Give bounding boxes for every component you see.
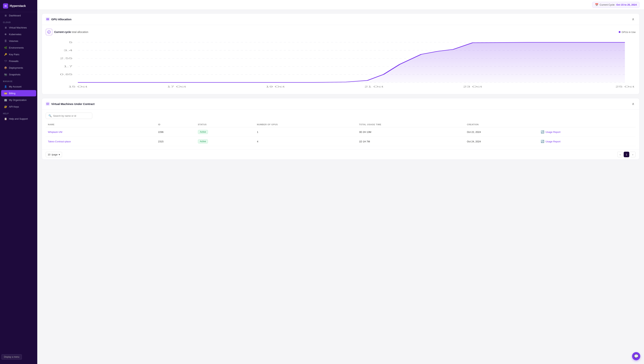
svg-text:23 Oct: 23 Oct [463, 85, 482, 88]
vm-card-icon [46, 102, 50, 106]
per-page-chevron-icon: ▾ [59, 153, 60, 156]
col-gpus: NUMBER OF GPUS [255, 122, 357, 127]
sidebar-section-cloud: CLOUD [0, 19, 37, 24]
vm-gpus-cell: 1 [255, 127, 357, 137]
svg-text:3.4: 3.4 [64, 49, 73, 52]
usage-report-label-2: Usage Report [545, 140, 560, 143]
sidebar-item-my-organization[interactable]: 🏢 My Organization [1, 97, 36, 103]
environments-icon: 🌿 [4, 46, 7, 49]
search-box[interactable]: 🔍 [46, 112, 92, 119]
vm-creation-cell: Oct 22, 2024 [465, 127, 539, 137]
calendar-icon: 📅 [595, 3, 598, 6]
usage-report-label-1: Usage Report [545, 131, 560, 134]
svg-text:1.7: 1.7 [64, 65, 73, 68]
sidebar-item-environments[interactable]: 🌿 Environments [1, 44, 36, 51]
search-input[interactable] [53, 114, 89, 117]
chart-icon-box [46, 29, 52, 35]
table-row: Whiplash-VM 2296 Active 1 3D 2H 13M Oct … [46, 127, 635, 137]
chart-subtitle: Current cycle total allocation [54, 30, 88, 34]
vm-action-cell: 🔄 Usage Report [539, 137, 635, 146]
vm-name-link-2[interactable]: Takes-Contract-place [48, 140, 71, 143]
sidebar-item-snapshots[interactable]: 📷 Snapshots [1, 71, 36, 78]
vm-action-cell: 🔄 Usage Report [539, 127, 635, 137]
svg-rect-2 [48, 19, 49, 20]
usage-report-icon-2: 🔄 [541, 140, 544, 143]
kubernetes-icon: ☸ [4, 33, 7, 36]
pagination-next-button[interactable]: › [630, 152, 635, 157]
logo-icon: H [3, 3, 8, 8]
sidebar-item-label: Key Pairs [9, 53, 19, 56]
pagination: ‹ 1 › [617, 152, 635, 157]
sidebar-item-help-support[interactable]: 📋 Help and Support [1, 116, 36, 122]
usage-report-button-2[interactable]: 🔄 Usage Report [541, 140, 560, 143]
dashboard-icon: ⊞ [4, 14, 7, 17]
vm-table-section: 🔍 NAME ID STATUS NUMBER OF GPUS TOTAL US… [42, 110, 639, 149]
gpu-chart-svg: 5 3.4 2.55 1.7 0.85 [46, 38, 635, 90]
display-menu-button[interactable]: Display a menu [2, 354, 22, 360]
usage-report-button-1[interactable]: 🔄 Usage Report [541, 130, 560, 134]
col-name: NAME [46, 122, 156, 127]
gpu-allocation-card: GPU Allocation ∧ [42, 14, 639, 94]
vm-table-body: Whiplash-VM 2296 Active 1 3D 2H 13M Oct … [46, 127, 635, 146]
per-page-select[interactable]: 10 /page ▾ [46, 152, 62, 157]
vm-title: Virtual Machines Under Contract [51, 102, 94, 106]
vm-card-title: Virtual Machines Under Contract [46, 102, 94, 106]
key-pairs-icon: 🔑 [4, 53, 7, 56]
sidebar-item-label: Snapshots [9, 73, 20, 76]
sidebar-item-dashboard[interactable]: ⊞ Dashboard [1, 12, 36, 18]
sidebar-item-volumes[interactable]: 🗄 Volumes [1, 38, 36, 44]
svg-text:17 Oct: 17 Oct [167, 85, 186, 88]
sidebar-item-label: Firewalls [9, 60, 19, 62]
sidebar-item-virtual-machines[interactable]: 🖥 Virtual Machines [1, 24, 36, 31]
vm-id-cell: 2315 [156, 137, 195, 146]
vm-card-header: Virtual Machines Under Contract ∧ [42, 98, 639, 110]
cycle-date: Oct 15 to 25, 2024 [616, 3, 637, 6]
svg-rect-1 [47, 19, 48, 20]
sidebar-item-key-pairs[interactable]: 🔑 Key Pairs [1, 51, 36, 58]
sidebar-item-my-account[interactable]: 👤 My Account [1, 83, 36, 90]
sidebar-item-label: My Organization [9, 99, 27, 102]
pagination-page-1-button[interactable]: 1 [624, 152, 629, 157]
current-cycle-badge: 📅 Current Cycle: Oct 15 to 25, 2024 [592, 2, 639, 8]
legend-dot [619, 31, 620, 33]
vm-usage-cell: 3D 2H 13M [357, 127, 465, 137]
chart-subtitle-bold: Current cycle [54, 30, 71, 34]
vm-contract-card: Virtual Machines Under Contract ∧ 🔍 NAME… [42, 98, 639, 160]
gpu-card-title: GPU Allocation [46, 17, 72, 21]
svg-text:25 Oct: 25 Oct [615, 85, 635, 88]
col-creation: CREATION [465, 122, 539, 127]
sidebar-item-deployments[interactable]: 📦 Deployments [1, 64, 36, 71]
sidebar-item-label: Deployments [9, 66, 23, 69]
help-support-icon: 📋 [4, 117, 7, 120]
sidebar-item-label: Dashboard [9, 14, 21, 17]
pagination-prev-button[interactable]: ‹ [617, 152, 623, 157]
status-badge-1: Active [198, 130, 208, 134]
vm-id-cell: 2296 [156, 127, 195, 137]
chat-bubble-button[interactable]: 💬 [632, 352, 640, 360]
sidebar-item-api-keys[interactable]: 🔐 API Keys [1, 104, 36, 110]
api-keys-icon: 🔐 [4, 105, 7, 108]
vm-name-link-1[interactable]: Whiplash-VM [48, 131, 62, 134]
billing-icon: 💳 [4, 92, 7, 95]
sidebar-item-label: Help and Support [9, 118, 28, 120]
gpu-chart-section: Current cycle total allocation GPUs in U… [42, 25, 639, 94]
chart-header: Current cycle total allocation GPUs in U… [46, 29, 635, 35]
svg-rect-21 [47, 103, 49, 104]
col-action [539, 122, 635, 127]
gpu-card-icon [46, 17, 50, 21]
deployments-icon: 📦 [4, 66, 7, 69]
svg-text:2.55: 2.55 [60, 57, 73, 60]
svg-text:5: 5 [69, 41, 73, 44]
sidebar-item-label: API Keys [9, 105, 19, 108]
gpu-card-collapse-button[interactable]: ∧ [630, 16, 635, 22]
app-logo[interactable]: H Hyperstack [0, 0, 37, 12]
gpu-card-header: GPU Allocation ∧ [42, 14, 639, 25]
vm-card-collapse-button[interactable]: ∧ [630, 101, 635, 106]
sidebar-section-manage: MANAGE [0, 78, 37, 83]
gpu-chart: 5 3.4 2.55 1.7 0.85 [46, 38, 635, 90]
vm-name-cell: Takes-Contract-place [46, 137, 156, 146]
sidebar-item-kubernetes[interactable]: ☸ Kubernetes [1, 31, 36, 38]
sidebar-item-billing[interactable]: 💳 Billing [1, 90, 36, 96]
sidebar-item-firewalls[interactable]: 🛡 Firewalls [1, 58, 36, 64]
sidebar-item-label: Environments [9, 46, 24, 49]
